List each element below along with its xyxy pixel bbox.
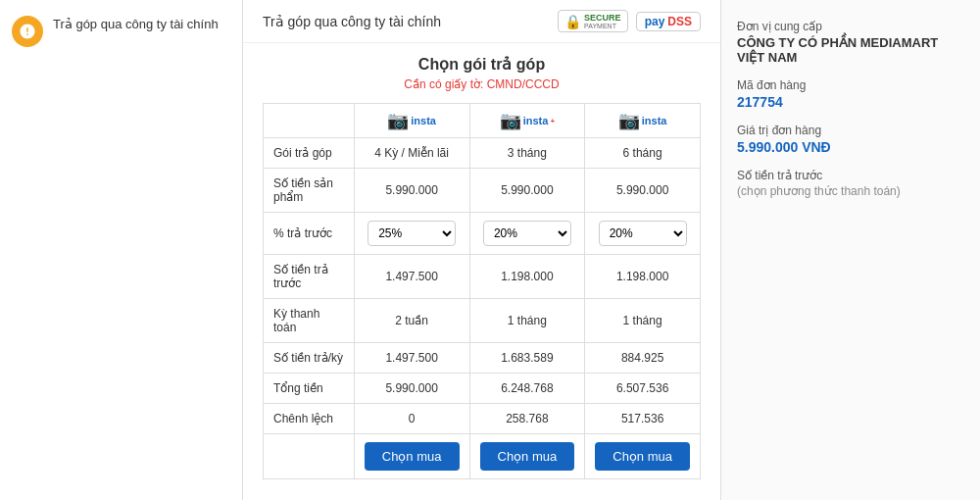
col3-advance: 1.198.000 <box>585 255 701 299</box>
col1-pct-cell: 25% 30% 40% 50% <box>354 213 469 255</box>
header-title: Trả góp qua công ty tài chính <box>263 14 441 29</box>
col2-advance: 1.198.000 <box>469 255 585 299</box>
order-value-value: 5.990.000 VNĐ <box>737 139 964 155</box>
col3-payment-period: 1 tháng <box>585 299 701 343</box>
label-advance: Số tiền trả trước <box>264 255 355 299</box>
info-order-value: Giá trị đơn hàng 5.990.000 VNĐ <box>737 124 964 155</box>
label-total: Tổng tiền <box>264 374 355 404</box>
order-id-label: Mã đơn hàng <box>737 78 964 92</box>
col1-pct-select[interactable]: 25% 30% 40% 50% <box>368 221 456 246</box>
col1-header: 📷 insta <box>354 104 469 138</box>
row-actions: Chọn mua Chọn mua Chọn mua <box>264 434 701 479</box>
row-pct: % trả trước 25% 30% 40% 50% 20% 25% 30% … <box>264 213 701 255</box>
label-action <box>264 434 355 479</box>
col2-choose-button[interactable]: Chọn mua <box>480 442 575 471</box>
col2-difference: 258.768 <box>469 404 585 434</box>
row-advance: Số tiền trả trước 1.497.500 1.198.000 1.… <box>264 255 701 299</box>
secure-text: SECURE <box>584 13 621 23</box>
insta-logo-3: 📷 insta <box>618 110 667 131</box>
col3-pct-cell: 20% 25% 30% 40% <box>585 213 701 255</box>
row-per-period: Số tiền trả/kỳ 1.497.500 1.683.589 884.9… <box>264 343 701 374</box>
col2-per-period: 1.683.589 <box>469 343 585 374</box>
row-plan-type: Gói trả góp 4 Kỳ / Miễn lãi 3 tháng 6 th… <box>264 138 701 169</box>
supplier-value: CÔNG TY CÓ PHẦN MEDIAMART VIỆT NAM <box>737 35 964 65</box>
row-payment-period: Kỳ thanh toán 2 tuần 1 tháng 1 tháng <box>264 299 701 343</box>
col2-pct-select[interactable]: 20% 25% 30% 40% <box>483 221 571 246</box>
col3-per-period: 884.925 <box>585 343 701 374</box>
col1-payment-period: 2 tuần <box>354 299 469 343</box>
col1-per-period: 1.497.500 <box>354 343 469 374</box>
col1-total: 5.990.000 <box>354 374 469 404</box>
col3-action-cell: Chọn mua <box>585 434 701 479</box>
row-difference: Chênh lệch 0 258.768 517.536 <box>264 404 701 434</box>
plan-title: Chọn gói trả góp <box>263 55 701 74</box>
info-advance: Số tiền trả trước (chọn phương thức than… <box>737 169 964 198</box>
label-per-period: Số tiền trả/kỳ <box>264 343 355 374</box>
col2-header: 📷 insta+ <box>469 104 585 138</box>
secure-badge: 🔒 SECURE PAYMENT <box>558 10 628 32</box>
row-product-amount: Số tiền sản phẩm 5.990.000 5.990.000 5.9… <box>264 169 701 213</box>
table-header-row: 📷 insta 📷 insta+ 📷 insta <box>264 104 701 138</box>
row-total: Tổng tiền 5.990.000 6.248.768 6.507.536 <box>264 374 701 404</box>
label-pct: % trả trước <box>264 213 355 255</box>
supplier-label: Đơn vị cung cấp <box>737 20 964 33</box>
col2-total: 6.248.768 <box>469 374 585 404</box>
advance-hint: (chọn phương thức thanh toán) <box>737 184 964 198</box>
order-value-label: Giá trị đơn hàng <box>737 124 964 137</box>
sidebar-logo-icon <box>12 16 43 47</box>
label-plan-type: Gói trả góp <box>264 138 355 169</box>
col3-choose-button[interactable]: Chọn mua <box>595 442 690 471</box>
label-product-amount: Số tiền sản phẩm <box>264 169 355 213</box>
label-difference: Chênh lệch <box>264 404 355 434</box>
col3-pct-select[interactable]: 20% 25% 30% 40% <box>599 221 687 246</box>
plan-table: 📷 insta 📷 insta+ 📷 insta <box>263 103 701 479</box>
insta-logo-1: 📷 insta <box>387 110 436 131</box>
main-content: Trả góp qua công ty tài chính 🔒 SECURE P… <box>243 0 720 500</box>
info-order-id: Mã đơn hàng 217754 <box>737 78 964 110</box>
col1-product-amount: 5.990.000 <box>354 169 469 213</box>
header-bar: Trả góp qua công ty tài chính 🔒 SECURE P… <box>243 0 720 43</box>
paydss-badge: payDSS <box>636 12 701 31</box>
col1-difference: 0 <box>354 404 469 434</box>
col3-difference: 517.536 <box>585 404 701 434</box>
plan-subtitle: Cần có giấy tờ: CMND/CCCD <box>263 77 701 91</box>
sidebar: Trả góp qua công ty tài chính <box>0 0 243 500</box>
col3-header: 📷 insta <box>585 104 701 138</box>
info-supplier: Đơn vị cung cấp CÔNG TY CÓ PHẦN MEDIAMAR… <box>737 20 964 65</box>
col2-product-amount: 5.990.000 <box>469 169 585 213</box>
col2-plan-type: 3 tháng <box>469 138 585 169</box>
plan-container: Chọn gói trả góp Cần có giấy tờ: CMND/CC… <box>243 43 720 491</box>
col2-action-cell: Chọn mua <box>469 434 585 479</box>
col3-plan-type: 6 tháng <box>585 138 701 169</box>
insta-logo-2: 📷 insta+ <box>500 110 555 131</box>
col3-total: 6.507.536 <box>585 374 701 404</box>
col1-plan-type: 4 Kỳ / Miễn lãi <box>354 138 469 169</box>
header-logos: 🔒 SECURE PAYMENT payDSS <box>558 10 701 32</box>
col1-action-cell: Chọn mua <box>354 434 469 479</box>
label-payment-period: Kỳ thanh toán <box>264 299 355 343</box>
col2-pct-cell: 20% 25% 30% 40% <box>469 213 585 255</box>
col1-advance: 1.497.500 <box>354 255 469 299</box>
col2-payment-period: 1 tháng <box>469 299 585 343</box>
order-id-value: 217754 <box>737 94 964 110</box>
secure-sub: PAYMENT <box>584 23 621 29</box>
sidebar-title: Trả góp qua công ty tài chính <box>53 16 219 33</box>
col1-choose-button[interactable]: Chọn mua <box>365 442 460 471</box>
col3-product-amount: 5.990.000 <box>585 169 701 213</box>
advance-label: Số tiền trả trước <box>737 169 964 182</box>
right-panel: Đơn vị cung cấp CÔNG TY CÓ PHẦN MEDIAMAR… <box>720 0 980 500</box>
header-empty <box>264 104 355 138</box>
